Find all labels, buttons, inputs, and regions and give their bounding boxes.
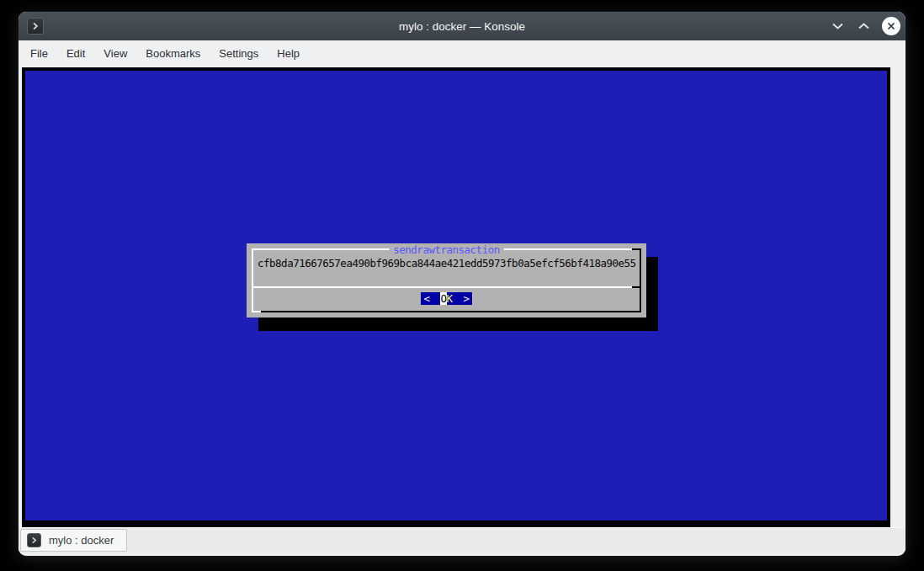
dialog-corner-bottom-left [252, 311, 261, 312]
dialog-title: sendrawtransaction [389, 243, 503, 256]
chevron-up-icon [858, 22, 870, 30]
dialog-button-row: <OK> [247, 292, 646, 305]
ok-label-rest: K [447, 292, 453, 305]
menu-bookmarks[interactable]: Bookmarks [136, 40, 210, 67]
menu-settings[interactable]: Settings [210, 40, 268, 67]
close-button[interactable] [882, 17, 900, 35]
titlebar[interactable]: mylo : docker — Konsole [19, 12, 905, 40]
dialog-separator-right-tee [632, 286, 641, 288]
ok-button[interactable]: <OK> [421, 292, 471, 305]
minimize-button[interactable] [830, 19, 845, 34]
menu-file[interactable]: File [21, 40, 57, 67]
chevron-down-icon [831, 22, 844, 30]
cursor-block: O [440, 292, 446, 305]
menu-edit[interactable]: Edit [57, 40, 94, 67]
terminal-icon [27, 533, 41, 547]
terminal-widget[interactable]: sendrawtransaction cfb8da71667657ea490bf… [22, 67, 890, 527]
ok-open-bracket: < [423, 292, 429, 305]
terminal-prompt-icon [30, 536, 38, 544]
window-title: mylo : docker — Konsole [19, 12, 905, 40]
tab-mylo-docker[interactable]: mylo : docker [20, 529, 127, 552]
konsole-window: mylo : docker — Konsole [19, 12, 905, 556]
maximize-button[interactable] [856, 19, 871, 34]
tab-label: mylo : docker [49, 534, 114, 547]
menubar: File Edit View Bookmarks Settings Help [19, 40, 905, 67]
dialog-border-bottom [252, 311, 641, 312]
menu-view[interactable]: View [94, 40, 136, 67]
msgbox-dialog: sendrawtransaction cfb8da71667657ea490bf… [247, 243, 646, 318]
window-controls [830, 12, 900, 40]
dialog-message: cfb8da71667657ea490bf969bca844ae421edd59… [258, 257, 636, 269]
tabbar: mylo : docker [19, 527, 905, 553]
desktop: mylo : docker — Konsole [0, 0, 924, 571]
terminal-scrollbar[interactable] [890, 67, 905, 527]
dialog-corner-top-right [632, 248, 641, 250]
ok-close-bracket: > [464, 292, 470, 305]
menu-help[interactable]: Help [268, 40, 309, 67]
close-x-icon [886, 21, 896, 31]
dialog-separator [252, 286, 641, 288]
